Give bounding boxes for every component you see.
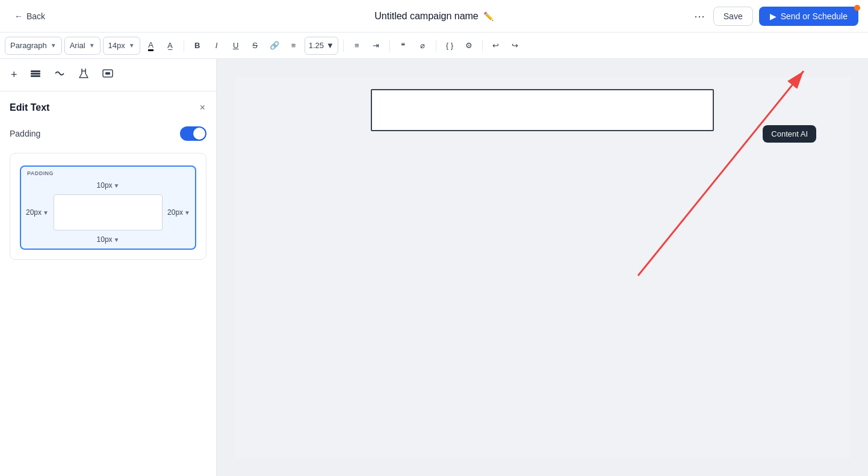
send-label: Send or Schedule: [781, 11, 848, 21]
text-color-button[interactable]: A: [143, 38, 160, 54]
padding-inner-box: [54, 194, 163, 230]
line-height-chevron-icon: ▼: [326, 41, 334, 50]
padding-diagram: PADDING 10px ▼ 20px ▼: [20, 165, 196, 250]
font-size-select[interactable]: 14px ▼: [103, 37, 140, 55]
send-or-schedule-button[interactable]: ▶ Send or Schedule: [759, 7, 858, 26]
top-header: ← Back Untitled campaign name ✏️ ⋯ Save …: [0, 0, 868, 32]
text-block[interactable]: [371, 89, 714, 131]
separator-5: [482, 40, 483, 52]
plus-icon: +: [11, 69, 17, 81]
padding-toggle[interactable]: [180, 126, 206, 141]
paragraph-style-select[interactable]: Paragraph ▼: [5, 37, 62, 55]
pad-top-chevron: ▼: [114, 182, 120, 189]
canvas-area: Content AI: [217, 59, 868, 476]
pad-bottom-chevron: ▼: [114, 236, 120, 243]
strikethrough-button[interactable]: S: [247, 39, 264, 52]
redo-icon: ↪: [512, 41, 518, 50]
connect-button[interactable]: [52, 66, 67, 84]
align-button[interactable]: ≡: [285, 39, 302, 52]
edit-pencil-icon[interactable]: ✏️: [483, 11, 494, 21]
test-button[interactable]: [76, 66, 91, 84]
separator-1: [184, 40, 184, 52]
font-family-select[interactable]: Arial ▼: [64, 37, 101, 55]
edit-text-panel: Edit Text × Padding PADDING 10px ▼: [0, 91, 216, 270]
formatting-toolbar: Paragraph ▼ Arial ▼ 14px ▼ A A̲ B I U S …: [0, 32, 868, 59]
back-arrow-icon: ←: [14, 11, 23, 21]
padding-bottom-value[interactable]: 10px ▼: [97, 235, 120, 244]
back-button[interactable]: ← Back: [10, 9, 50, 23]
pad-left-chevron: ▼: [43, 209, 49, 216]
bold-button[interactable]: B: [189, 39, 206, 52]
merge-tag-button[interactable]: { }: [441, 39, 458, 52]
undo-icon: ↩: [492, 41, 499, 50]
outdent-icon: ⇥: [373, 41, 379, 50]
bullet-list-button[interactable]: ≡: [349, 39, 365, 52]
separator-4: [436, 40, 436, 52]
campaign-title: Untitled campaign name: [374, 11, 479, 22]
redo-button[interactable]: ↪: [507, 39, 524, 52]
close-panel-button[interactable]: ×: [199, 101, 206, 114]
link-icon: 🔗: [270, 41, 279, 50]
strike-icon: S: [252, 41, 258, 50]
align-icon: ≡: [291, 41, 296, 50]
padding-bottom-row: 10px ▼: [21, 230, 195, 249]
svg-rect-1: [31, 73, 40, 75]
pad-right-chevron: ▼: [184, 209, 190, 216]
padding-top-value[interactable]: 10px ▼: [97, 181, 120, 190]
block-quote-icon: ❝: [401, 41, 405, 50]
padding-row: Padding: [10, 126, 206, 141]
main-layout: +: [0, 59, 868, 476]
panel-title: Edit Text: [10, 102, 49, 113]
canvas-content: [235, 77, 850, 458]
header-center: Untitled campaign name ✏️: [374, 11, 494, 22]
layers-icon: [29, 70, 42, 82]
padding-right-value[interactable]: 20px ▼: [167, 208, 190, 217]
italic-button[interactable]: I: [208, 39, 225, 52]
link-button[interactable]: 🔗: [266, 39, 283, 52]
text-color-icon: A: [148, 40, 153, 51]
underline-icon: U: [233, 41, 238, 50]
preview-button[interactable]: [101, 66, 115, 84]
separator-2: [343, 40, 344, 52]
remove-format-button[interactable]: ⌀: [414, 39, 431, 52]
paragraph-style-label: Paragraph: [10, 41, 47, 50]
padding-top-row: 10px ▼: [21, 176, 195, 194]
highlight-icon: A̲: [167, 41, 173, 50]
save-button[interactable]: Save: [713, 7, 753, 26]
add-block-button[interactable]: +: [10, 67, 19, 82]
content-ai-button[interactable]: ⚙: [460, 39, 477, 52]
flask-icon: [78, 70, 90, 82]
header-left: ← Back: [10, 9, 50, 23]
separator-3: [389, 40, 390, 52]
padding-middle-row: 20px ▼ 20px ▼: [21, 194, 195, 230]
font-size-label: 14px: [108, 41, 125, 50]
header-right: ⋯ Save ▶ Send or Schedule: [692, 7, 858, 26]
padding-diagram-label: PADDING: [21, 167, 195, 176]
remove-format-icon: ⌀: [420, 41, 425, 50]
padding-left-value[interactable]: 20px ▼: [26, 208, 49, 217]
merge-tag-icon: { }: [446, 41, 453, 50]
block-quote-button[interactable]: ❝: [395, 39, 412, 52]
font-family-label: Arial: [70, 41, 85, 50]
svg-rect-2: [31, 75, 40, 77]
underline-button[interactable]: U: [228, 39, 244, 52]
highlight-color-button[interactable]: A̲: [162, 39, 179, 52]
svg-rect-0: [31, 70, 40, 72]
notification-dot: [854, 5, 860, 11]
undo-button[interactable]: ↩: [488, 39, 504, 52]
preview-icon: [102, 70, 114, 82]
back-label: Back: [26, 11, 45, 21]
padding-card: PADDING 10px ▼ 20px ▼: [10, 153, 206, 260]
padding-label: Padding: [10, 129, 40, 138]
layers-button[interactable]: [28, 66, 43, 84]
more-options-button[interactable]: ⋯: [692, 8, 707, 24]
line-height-value: 1.25: [309, 41, 324, 50]
svg-rect-5: [105, 72, 110, 75]
send-icon: ▶: [770, 11, 777, 21]
sidebar-icon-bar: +: [0, 59, 216, 91]
paragraph-chevron-icon: ▼: [51, 42, 57, 49]
bullet-list-icon: ≡: [355, 41, 359, 50]
outdent-button[interactable]: ⇥: [368, 39, 385, 52]
line-height-select[interactable]: 1.25 ▼: [305, 37, 338, 55]
size-chevron-icon: ▼: [129, 42, 135, 49]
